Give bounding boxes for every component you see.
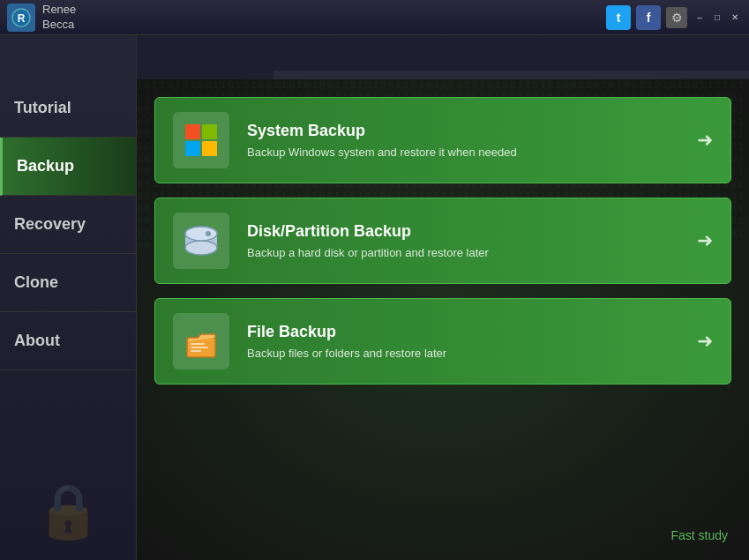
title-bar-controls: t f ⚙ – □ ✕ xyxy=(606,5,742,30)
svg-rect-8 xyxy=(191,343,205,345)
system-backup-title: System Backup xyxy=(247,122,686,140)
settings-icon[interactable]: ⚙ xyxy=(666,7,687,28)
file-backup-desc: Backup files or folders and restore late… xyxy=(247,347,686,360)
maximize-button[interactable]: □ xyxy=(710,11,724,25)
sidebar-item-about[interactable]: About xyxy=(0,312,136,370)
sidebar-watermark: 🔒 xyxy=(35,480,101,542)
sidebar-item-backup[interactable]: Backup xyxy=(0,138,136,196)
svg-point-6 xyxy=(206,231,211,236)
svg-rect-10 xyxy=(191,350,201,352)
sidebar-item-tutorial[interactable]: Tutorial xyxy=(0,79,136,138)
app-logo: R xyxy=(7,4,35,32)
disk-backup-title: Disk/Partition Backup xyxy=(247,222,686,241)
disk-backup-card[interactable]: Disk/Partition Backup Backup a hard disk… xyxy=(154,198,731,284)
file-backup-icon xyxy=(173,313,229,370)
file-backup-arrow: ➜ xyxy=(697,330,713,353)
app-name: Renee Becca xyxy=(42,3,76,33)
file-backup-text: File Backup Backup files or folders and … xyxy=(247,323,686,360)
minimize-button[interactable]: – xyxy=(693,11,707,25)
file-backup-card[interactable]: File Backup Backup files or folders and … xyxy=(154,298,731,385)
svg-rect-9 xyxy=(191,347,208,348)
close-button[interactable]: ✕ xyxy=(728,11,742,25)
facebook-button[interactable]: f xyxy=(636,5,661,30)
system-backup-card[interactable]: System Backup Backup Windows system and … xyxy=(154,97,731,183)
window-controls: – □ ✕ xyxy=(693,11,742,25)
feature-list: System Backup Backup Windows system and … xyxy=(154,97,731,385)
disk-backup-arrow: ➜ xyxy=(697,229,713,252)
svg-point-5 xyxy=(185,227,217,241)
sidebar-item-recovery[interactable]: Recovery xyxy=(0,196,136,254)
system-backup-desc: Backup Windows system and restore it whe… xyxy=(247,146,686,159)
main-container: 🔒 Tutorial Backup Recovery Clone About H… xyxy=(0,35,749,560)
twitter-button[interactable]: t xyxy=(606,5,631,30)
system-backup-text: System Backup Backup Windows system and … xyxy=(247,122,686,159)
title-bar-left: R Renee Becca xyxy=(7,3,76,33)
disk-backup-text: Disk/Partition Backup Backup a hard disk… xyxy=(247,222,686,259)
content-area: 1011010100110101001101010011010100110101… xyxy=(137,79,749,560)
system-backup-arrow: ➜ xyxy=(697,129,713,152)
svg-text:R: R xyxy=(18,12,26,25)
sidebar-item-clone[interactable]: Clone xyxy=(0,254,136,312)
system-backup-icon xyxy=(173,112,229,168)
file-backup-title: File Backup xyxy=(247,323,686,341)
disk-backup-desc: Backup a hard disk or partition and rest… xyxy=(247,246,686,259)
svg-point-4 xyxy=(185,241,217,255)
title-bar: R Renee Becca t f ⚙ – □ ✕ xyxy=(0,0,749,35)
sidebar: 🔒 Tutorial Backup Recovery Clone About xyxy=(0,35,137,560)
disk-backup-icon xyxy=(173,213,229,269)
fast-study-link[interactable]: Fast study xyxy=(670,528,728,542)
